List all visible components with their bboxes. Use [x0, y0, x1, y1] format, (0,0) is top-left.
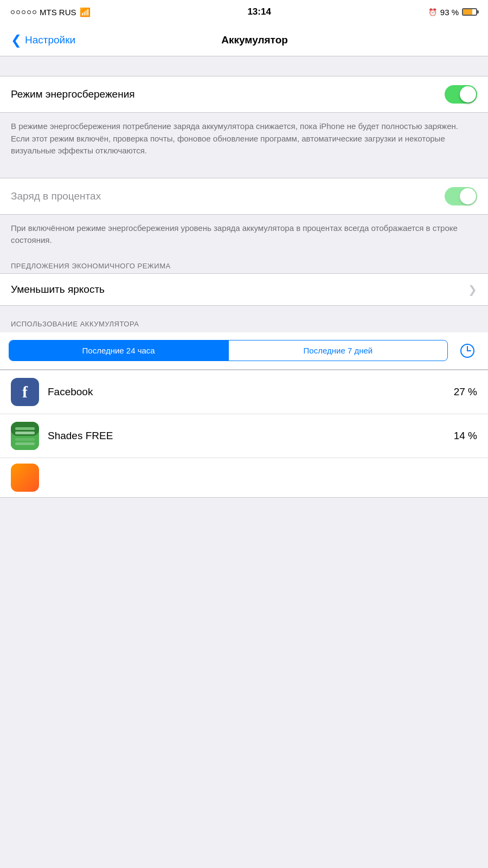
- app-usage-list: f Facebook 27 % Shades FREE 14 %: [0, 370, 488, 498]
- battery-percent-toggle-knob: [460, 188, 476, 204]
- svg-rect-7: [15, 427, 35, 430]
- battery-usage-header: ИСПОЛЬЗОВАНИЕ АККУМУЛЯТОРА: [0, 306, 488, 332]
- status-time: 13:14: [247, 7, 271, 17]
- svg-rect-8: [15, 432, 35, 434]
- signal-dot-1: [11, 10, 15, 14]
- svg-rect-10: [15, 442, 35, 445]
- alarm-icon: ⏰: [428, 8, 437, 16]
- partial-app-icon: [11, 464, 39, 492]
- carrier-label: MTS RUS: [40, 8, 76, 17]
- reduce-brightness-row[interactable]: Уменьшить яркость ❯: [0, 274, 488, 305]
- table-row[interactable]: f Facebook 27 %: [0, 370, 488, 414]
- svg-rect-9: [15, 438, 35, 441]
- page-title: Аккумулятор: [32, 34, 477, 46]
- top-spacer: [0, 56, 488, 76]
- battery-indicator: [462, 8, 477, 16]
- time-filter-bar: Последние 24 часа Последние 7 дней: [0, 332, 488, 370]
- chevron-right-icon: ❯: [468, 283, 477, 296]
- battery-percent-label: 93 %: [440, 8, 459, 17]
- facebook-app-percent: 27 %: [454, 386, 477, 398]
- wifi-icon: 📶: [80, 7, 91, 17]
- battery-percent-row: Заряд в процентах: [0, 178, 488, 214]
- energy-saving-row: Режим энергосбережения: [0, 76, 488, 112]
- shades-app-icon: [11, 422, 39, 450]
- facebook-app-name: Facebook: [48, 386, 445, 398]
- status-bar: MTS RUS 📶 13:14 ⏰ 93 %: [0, 0, 488, 24]
- shades-icon-graphic: [11, 422, 39, 450]
- battery-percent-info: При включённом режиме энергосбережения у…: [0, 215, 488, 256]
- battery-fill: [463, 9, 472, 15]
- time-tabs: Последние 24 часа Последние 7 дней: [9, 340, 448, 361]
- signal-dots: [11, 10, 36, 14]
- energy-saving-toggle-knob: [460, 86, 476, 102]
- battery-percent-toggle[interactable]: [445, 187, 477, 205]
- signal-dot-5: [33, 10, 36, 14]
- table-row[interactable]: [0, 458, 488, 497]
- energy-saving-info: В режиме энергосбережения потребление за…: [0, 113, 488, 167]
- signal-dot-2: [16, 10, 20, 14]
- shades-app-percent: 14 %: [454, 430, 477, 442]
- shades-app-name: Shades FREE: [48, 430, 445, 442]
- battery-percent-group: Заряд в процентах: [0, 178, 488, 215]
- back-chevron-icon: ❮: [11, 33, 22, 48]
- facebook-app-icon: f: [11, 378, 39, 406]
- reduce-brightness-label: Уменьшить яркость: [11, 284, 105, 295]
- nav-bar: ❮ Настройки Аккумулятор: [0, 24, 488, 56]
- signal-dot-3: [22, 10, 25, 14]
- middle-spacer-1: [0, 167, 488, 178]
- tab-24h[interactable]: Последние 24 часа: [9, 340, 228, 361]
- tab-7d[interactable]: Последние 7 дней: [229, 340, 447, 361]
- energy-saving-label: Режим энергосбережения: [11, 88, 135, 100]
- signal-dot-4: [27, 10, 31, 14]
- clock-detail-button[interactable]: [455, 339, 479, 363]
- energy-saving-group: Режим энергосбережения: [0, 76, 488, 113]
- table-row[interactable]: Shades FREE 14 %: [0, 414, 488, 458]
- economy-section-header: ПРЕДЛОЖЕНИЯ ЭКОНОМИЧНОГО РЕЖИМА: [0, 256, 488, 273]
- battery-percent-label: Заряд в процентах: [11, 190, 101, 202]
- status-right: ⏰ 93 %: [428, 8, 477, 17]
- clock-icon: [460, 343, 475, 358]
- energy-saving-toggle[interactable]: [445, 85, 477, 104]
- status-left: MTS RUS 📶: [11, 7, 91, 17]
- reduce-brightness-group: Уменьшить яркость ❯: [0, 273, 488, 306]
